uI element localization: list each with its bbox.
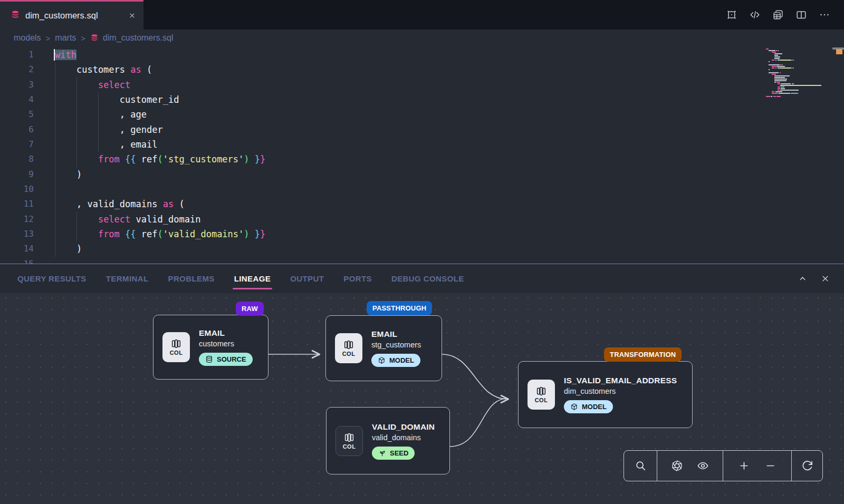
editor-actions xyxy=(726,0,844,30)
database-outline-icon xyxy=(205,355,213,363)
panel-tab-output[interactable]: OUTPUT xyxy=(290,264,324,293)
code-line: 15 xyxy=(0,257,844,264)
line-number: 14 xyxy=(0,241,34,256)
line-number: 6 xyxy=(0,122,34,137)
resource-type-badge: SOURCE xyxy=(199,353,253,366)
column-chip-label: COL xyxy=(170,350,183,356)
line-number: 8 xyxy=(0,152,34,167)
columns-icon xyxy=(536,386,546,396)
columns-icon xyxy=(344,432,354,443)
node-model-name: stg_customers xyxy=(371,341,421,349)
search-button[interactable] xyxy=(635,460,647,472)
dbt-logo[interactable] xyxy=(726,9,737,21)
line-number: 2 xyxy=(0,62,34,77)
code-line: 14 ) xyxy=(0,241,844,256)
collapse-panel-icon[interactable] xyxy=(798,274,808,284)
lineage-node-stg_customers[interactable]: COLEMAILstg_customersMODEL xyxy=(325,315,442,381)
column-chip-label: COL xyxy=(535,397,548,403)
cube-icon xyxy=(570,403,578,411)
code-line: 12 select valid_domain xyxy=(0,212,844,227)
cube-icon xyxy=(378,356,386,364)
tab-dim-customers-sql[interactable]: dim_customers.sql xyxy=(0,0,143,30)
panel-tab-query-results[interactable]: QUERY RESULTS xyxy=(17,264,87,293)
indent-guide xyxy=(55,62,55,257)
code-icon[interactable] xyxy=(749,9,761,21)
lineage-node-valid_domains[interactable]: COLVALID_DOMAINvalid_domainsSEED xyxy=(326,407,450,474)
lineage-node-dim_customers[interactable]: COLIS_VALID_EMAIL_ADDRESSdim_customersMO… xyxy=(518,361,693,428)
code-line: 2 customers as ( xyxy=(0,62,844,77)
column-chip: COL xyxy=(335,333,362,363)
aperture-button[interactable] xyxy=(671,460,683,472)
breadcrumb: models>marts>dim_customers.sql xyxy=(0,30,844,46)
code-line: 8 from {{ ref('stg_customers') }} xyxy=(0,152,844,167)
code-line: 5 , age xyxy=(0,107,844,122)
panel-tab-lineage[interactable]: LINEAGE xyxy=(234,264,271,293)
overview-ruler-marker xyxy=(836,49,842,54)
panel-tab-ports[interactable]: PORTS xyxy=(343,264,372,293)
line-number: 3 xyxy=(0,77,34,92)
code-line: 3 select xyxy=(0,77,844,92)
bottom-panel-tabbar: QUERY RESULTSTERMINALPROBLEMSLINEAGEOUTP… xyxy=(0,264,844,293)
close-tab-icon[interactable] xyxy=(128,12,136,20)
database-file-icon xyxy=(90,34,99,42)
panel-tab-problems[interactable]: PROBLEMS xyxy=(168,264,214,293)
panel-tab-terminal[interactable]: TERMINAL xyxy=(106,264,149,293)
seedling-icon xyxy=(378,449,386,457)
breadcrumb-separator: > xyxy=(81,34,85,43)
lineage-toolbar xyxy=(624,450,823,481)
line-number: 15 xyxy=(0,257,34,264)
database-file-icon xyxy=(11,10,20,22)
more-icon[interactable] xyxy=(819,9,830,21)
lineage-canvas[interactable]: COLEMAILcustomersSOURCECOLEMAILstg_custo… xyxy=(0,293,844,504)
code-line: 7 , email xyxy=(0,137,844,152)
line-number: 13 xyxy=(0,227,34,241)
eye-button[interactable] xyxy=(697,460,709,472)
editor-tab-bar: dim_customers.sql xyxy=(0,0,844,30)
column-chip: COL xyxy=(162,332,190,362)
node-column-name: IS_VALID_EMAIL_ADDRESS xyxy=(564,376,677,385)
node-model-name: customers xyxy=(199,340,253,348)
refresh-button[interactable] xyxy=(801,460,813,472)
node-column-name: VALID_DOMAIN xyxy=(372,422,435,432)
breadcrumb-separator: > xyxy=(46,34,51,43)
indent-guide xyxy=(98,92,99,152)
line-number: 11 xyxy=(0,197,34,211)
line-number: 1 xyxy=(0,47,34,62)
column-chip-label: COL xyxy=(343,443,356,450)
line-number: 9 xyxy=(0,167,34,182)
tab-title: dim_customers.sql xyxy=(25,11,98,21)
panel-tab-debug-console[interactable]: DEBUG CONSOLE xyxy=(391,264,464,293)
code-line: 13 from {{ ref('valid_domains') }} xyxy=(0,227,844,241)
indent-guide xyxy=(76,77,77,167)
node-column-name: EMAIL xyxy=(371,329,421,339)
code-editor[interactable]: 1with2 customers as (3 select4 customer_… xyxy=(0,46,844,264)
code-line: 10 xyxy=(0,182,844,197)
resource-type-badge: SEED xyxy=(372,447,415,460)
zoom-out-button[interactable] xyxy=(764,460,776,472)
columns-icon xyxy=(171,338,181,349)
code-line: 9 ) xyxy=(0,167,844,182)
lineage-node-customers[interactable]: COLEMAILcustomersSOURCE xyxy=(153,315,268,380)
line-number: 10 xyxy=(0,182,34,197)
split-editor-icon[interactable] xyxy=(795,9,807,21)
zoom-in-button[interactable] xyxy=(738,460,750,472)
line-number: 12 xyxy=(0,212,34,227)
code-line: 11 , valid_domains as ( xyxy=(0,197,844,211)
breadcrumb-item-marts[interactable]: marts xyxy=(55,33,76,43)
column-chip: COL xyxy=(335,426,363,456)
line-number: 7 xyxy=(0,137,34,152)
code-line: 6 , gender xyxy=(0,122,844,137)
columns-icon xyxy=(343,340,354,350)
node-model-name: valid_domains xyxy=(372,433,435,442)
minimap[interactable] xyxy=(766,49,832,98)
breadcrumb-item-models[interactable]: models xyxy=(14,33,41,43)
breadcrumb-item-file[interactable]: dim_customers.sql xyxy=(90,33,173,43)
ide-window: dim_customers.sql models>marts>dim_custo… xyxy=(0,0,844,504)
text-cursor xyxy=(54,49,55,61)
lineage-type-badge-transformation: TRANSFORMATION xyxy=(604,347,682,362)
node-model-name: dim_customers xyxy=(564,387,677,395)
resource-type-badge: MODEL xyxy=(371,354,420,367)
copy-table-icon[interactable] xyxy=(772,9,784,21)
close-panel-icon[interactable] xyxy=(820,274,830,284)
code-line: 1with xyxy=(0,47,844,62)
